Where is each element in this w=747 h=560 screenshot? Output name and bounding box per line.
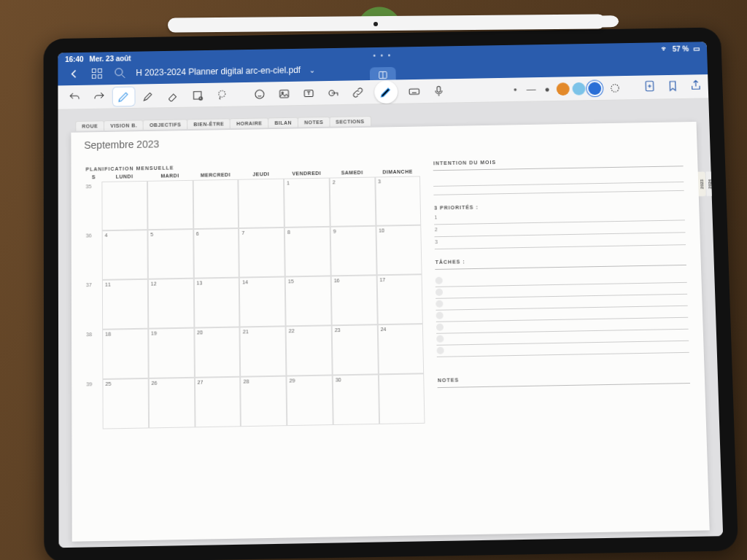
edge-tab-2024[interactable]: 2024 (706, 171, 714, 195)
calendar-cell[interactable]: 27 (194, 377, 241, 428)
add-page-icon[interactable] (643, 79, 656, 96)
color-picker-icon[interactable] (604, 78, 626, 97)
planner-tab-visionb[interactable]: VISION B. (104, 120, 144, 131)
undo-button[interactable] (63, 88, 85, 106)
svg-rect-2 (92, 75, 96, 79)
keyboard-icon[interactable] (403, 82, 425, 101)
calendar-cell[interactable]: 3 (375, 176, 422, 225)
back-button[interactable] (66, 66, 81, 81)
calendar-cell[interactable]: 12 (148, 279, 194, 329)
calendar-cell[interactable]: 15 (285, 276, 332, 326)
calendar-cell[interactable] (239, 179, 285, 228)
calendar-cell[interactable] (101, 181, 147, 230)
calendar-cell[interactable]: 6 (193, 228, 239, 279)
grid-library-icon[interactable] (90, 66, 104, 81)
stroke-medium[interactable]: — (525, 84, 538, 95)
notes-area (438, 391, 692, 462)
stroke-thick[interactable]: ● (541, 84, 554, 94)
link-tool[interactable] (347, 82, 368, 101)
planner-tab-roue[interactable]: ROUE (75, 120, 104, 131)
calendar-cell[interactable] (193, 179, 239, 229)
document-canvas[interactable]: ROUEVISION B.OBJECTIFSBIEN-ÊTREHORAIREBI… (58, 98, 723, 548)
calendar-cell[interactable]: 7 (239, 228, 285, 278)
stroke-thin[interactable]: ● (508, 86, 522, 93)
bookmark-icon[interactable] (666, 79, 679, 95)
edge-tab-août[interactable]: AOÛT (714, 171, 722, 195)
front-camera (374, 22, 378, 26)
calendar-cell[interactable] (379, 373, 425, 424)
calendar-cell[interactable]: 2 (330, 177, 376, 227)
planner-tab-objectifs[interactable]: OBJECTIFS (143, 119, 187, 130)
week-number: 37 (86, 280, 102, 330)
shape-tool[interactable] (187, 85, 209, 104)
planner-tab-horaire[interactable]: HORAIRE (230, 117, 268, 128)
image-tool[interactable] (274, 84, 295, 103)
text-tool[interactable] (298, 84, 320, 103)
calendar-cell[interactable]: 8 (285, 227, 331, 277)
share-icon[interactable] (689, 79, 703, 95)
svg-rect-0 (92, 69, 96, 72)
svg-rect-1 (98, 69, 101, 72)
calendar-cell[interactable]: 1 (284, 178, 330, 228)
svg-rect-3 (98, 74, 102, 78)
planner-tab-bientre[interactable]: BIEN-ÊTRE (187, 118, 231, 129)
calendar-cell[interactable]: 30 (333, 374, 379, 425)
highlighter-tool[interactable] (137, 86, 159, 105)
active-pen-indicator[interactable] (374, 80, 398, 104)
calendar-cell[interactable] (147, 180, 193, 230)
calendar-cell[interactable]: 5 (147, 229, 193, 279)
tape-tool[interactable] (322, 83, 344, 102)
planner-tab-sections[interactable]: SECTIONS (329, 116, 371, 127)
search-icon[interactable] (113, 66, 128, 80)
color-lightblue[interactable] (572, 82, 585, 95)
calendar-cell[interactable]: 14 (239, 276, 286, 327)
color-blue[interactable] (588, 82, 601, 95)
document-title[interactable]: H 2023-2024 Planner digital arc-en-ciel.… (136, 65, 301, 78)
microphone-icon[interactable] (427, 82, 449, 101)
ipad-frame: 16:40 Mer. 23 août ᯤ 57 % ▭ • • • H 2023… (44, 27, 739, 560)
svg-rect-13 (409, 88, 419, 94)
lasso-tool[interactable] (211, 85, 233, 104)
calendar-cell[interactable]: 25 (102, 378, 148, 429)
calendar-cell[interactable]: 23 (332, 324, 379, 375)
svg-point-6 (199, 96, 202, 99)
week-number: 39 (86, 379, 102, 429)
month-title: Septembre 2023 (84, 139, 159, 152)
planner-tab-notes[interactable]: NOTES (298, 117, 330, 128)
calendar-cell[interactable]: 18 (102, 329, 148, 379)
calendar-cell[interactable]: 10 (376, 225, 422, 276)
redo-button[interactable] (88, 88, 110, 106)
priority-1: 1 (434, 214, 437, 219)
eraser-tool[interactable] (162, 86, 184, 105)
calendar-cell[interactable]: 29 (287, 375, 333, 426)
status-date: Mer. 23 août (89, 54, 131, 63)
planner-tab-bilan[interactable]: BILAN (268, 117, 298, 128)
calendar-cell[interactable]: 11 (102, 279, 148, 330)
calendar-cell[interactable]: 16 (331, 275, 378, 325)
pen-tool[interactable] (113, 87, 135, 106)
calendar-cell[interactable]: 4 (102, 230, 148, 280)
edge-tab-2023[interactable]: 2023 (698, 172, 706, 196)
planner-page: Septembre 2023 PLANIFICATION MENSUELLE S… (71, 122, 709, 542)
calendar-cell[interactable]: 21 (240, 326, 287, 376)
svg-rect-9 (280, 90, 289, 97)
wifi-icon: ᯤ (662, 45, 668, 52)
calendar-cell[interactable]: 24 (377, 324, 424, 374)
status-time: 16:40 (65, 55, 83, 63)
calendar-cell[interactable]: 22 (286, 325, 333, 376)
calendar-cell[interactable]: 13 (193, 278, 239, 328)
color-orange[interactable] (557, 82, 570, 96)
dropdown-chevron-icon[interactable]: ⌄ (309, 66, 315, 74)
month-edge-tabs: 20232024AOÛTSEPTOCTNOVDÉCJANFÉVMARSAVRIL… (698, 172, 711, 197)
calendar-cell[interactable]: 20 (194, 327, 241, 377)
svg-point-7 (219, 90, 225, 97)
calendar-cell[interactable]: 28 (241, 376, 287, 427)
calendar-cell[interactable]: 26 (148, 378, 195, 429)
sticker-tool[interactable] (249, 85, 271, 104)
priority-3: 3 (435, 239, 438, 244)
calendar-cell[interactable]: 19 (148, 328, 194, 378)
svg-point-8 (255, 90, 264, 98)
calendar-cell[interactable]: 17 (376, 274, 423, 324)
edge-tab-sept[interactable]: SEPT (722, 171, 724, 195)
calendar-cell[interactable]: 9 (330, 226, 377, 276)
